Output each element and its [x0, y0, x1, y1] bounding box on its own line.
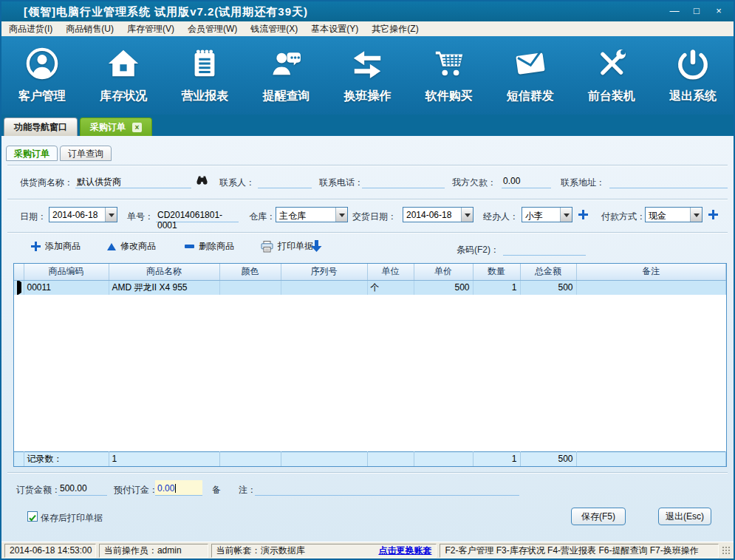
main-toolbar: 客户管理 库存状况 营业报表 提醒查询 换班操作 软件购买 短信群发 前台装机 [1, 36, 734, 115]
print-after-save-label: 保存后打印单据 [41, 512, 103, 525]
remark-label: 备 注： [212, 484, 256, 496]
print-receipt-button[interactable]: 打印单据 [261, 240, 313, 253]
menu-settings[interactable]: 基本设置(Y) [311, 23, 358, 35]
column-header[interactable]: 总金额 [520, 264, 576, 280]
column-header[interactable]: 颜色 [219, 264, 281, 280]
selector-column-header [14, 264, 24, 280]
remark-input[interactable] [255, 480, 519, 496]
order-amount-label: 订货金额： [16, 484, 61, 496]
chevron-down-icon[interactable] [335, 208, 347, 222]
phone-label: 联系电话： [319, 177, 363, 189]
subtab-purchase-order[interactable]: 采购订单 [6, 146, 58, 161]
chevron-down-icon[interactable] [560, 208, 572, 222]
purchase-icon [432, 47, 466, 83]
minimize-button[interactable]: — [666, 1, 683, 21]
switch-account-link[interactable]: 点击更换账套 [378, 544, 431, 557]
report-icon [188, 47, 222, 83]
column-header[interactable]: 数量 [473, 264, 520, 280]
table-row[interactable]: 00011 AMD 羿龙II X4 955 个 500 1 500 [14, 280, 726, 295]
debt-value: 0.00 [502, 173, 551, 188]
column-header[interactable]: 备注 [576, 264, 726, 280]
plus-icon [578, 210, 588, 219]
supplier-input[interactable]: 默认供货商 [75, 173, 191, 188]
grid-empty-area[interactable] [14, 295, 726, 451]
toolbar-assembly-button[interactable]: 前台装机 [571, 47, 652, 104]
debt-label: 我方欠款： [452, 177, 496, 189]
exit-button[interactable]: 退出(Esc) [658, 508, 711, 525]
toolbar-report-button[interactable]: 营业报表 [164, 47, 245, 104]
status-time: 2014-06-18 14:53:00 [4, 544, 96, 558]
menu-purchase[interactable]: 商品进货(I) [9, 23, 52, 35]
order-no-label: 单号： [127, 211, 154, 223]
tab-purchase-order[interactable]: 采购订单 × [80, 117, 152, 136]
status-hotkeys: F2-客户管理 F3-库存状况 F4-营业报表 F6-提醒查询 F7-换班操作 [440, 544, 719, 558]
subtab-order-query[interactable]: 订单查询 [60, 146, 112, 161]
items-grid: 商品编码 商品名称 颜色 序列号 单位 单价 数量 总金额 备注 00011 [13, 263, 727, 467]
divider [7, 199, 728, 200]
supplier-label: 供货商名称： [20, 177, 73, 189]
status-account: 当前帐套：演示数据库 [216, 544, 305, 557]
cell-color [219, 280, 281, 295]
menu-sales[interactable]: 商品销售(U) [66, 23, 114, 35]
phone-input[interactable] [362, 173, 445, 188]
app-window: [领智]电脑行业管理系统 试用版v7.2(试用期还有39天) — □ × 商品进… [0, 0, 735, 560]
barcode-input[interactable] [503, 240, 586, 256]
address-input[interactable] [609, 173, 728, 188]
column-header[interactable]: 商品编码 [24, 264, 109, 280]
toolbar-label: 退出系统 [669, 89, 717, 104]
toolbar-exit-button[interactable]: 退出系统 [652, 47, 734, 104]
menu-other[interactable]: 其它操作(Z) [372, 23, 418, 35]
chevron-down-icon[interactable] [690, 208, 702, 222]
menu-cashflow[interactable]: 钱流管理(X) [250, 23, 298, 35]
toolbar-purchase-button[interactable]: 软件购买 [408, 47, 490, 104]
supplier-lookup-button[interactable] [196, 174, 208, 188]
print-after-save-checkbox[interactable] [27, 511, 38, 522]
purchase-order-page: 采购订单 订单查询 供货商名称： 默认供货商 联系人： 联系电话： 我方欠款： … [1, 136, 734, 542]
payment-select[interactable]: 现金 [645, 207, 702, 222]
toolbar-label: 短信群发 [507, 89, 554, 104]
column-header[interactable]: 单价 [414, 264, 473, 280]
order-amount-value: 500.00 [58, 480, 107, 496]
toolbar-inventory-button[interactable]: 库存状况 [83, 47, 164, 104]
column-header[interactable]: 序列号 [281, 264, 367, 280]
add-item-button[interactable]: 添加商品 [31, 240, 81, 253]
menu-member[interactable]: 会员管理(W) [188, 23, 237, 35]
toolbar-sms-button[interactable]: 短信群发 [490, 47, 571, 104]
order-info-row: 日期： 2014-06-18 单号： CD2014061801-0001 仓库：… [1, 201, 734, 232]
handler-select[interactable]: 小李 [522, 207, 572, 222]
column-header[interactable]: 商品名称 [109, 264, 219, 280]
add-payment-button[interactable] [708, 209, 718, 222]
divider [7, 472, 728, 474]
binoculars-icon [197, 177, 208, 185]
resize-grip-icon[interactable] [722, 546, 731, 555]
toolbar-customer-button[interactable]: 客户管理 [1, 47, 83, 104]
toolbar-label: 库存状况 [100, 89, 147, 104]
delete-item-button[interactable]: 删除商品 [185, 240, 234, 253]
delivery-date-select[interactable]: 2014-06-18 [403, 207, 474, 222]
maximize-button[interactable]: □ [688, 1, 705, 21]
save-button[interactable]: 保存(F5) [571, 508, 626, 525]
date-select[interactable]: 2014-06-18 [49, 207, 117, 222]
arrow-down-icon [311, 240, 322, 252]
toolbar-reminder-button[interactable]: 提醒查询 [245, 47, 327, 104]
payment-label: 付款方式： [601, 211, 646, 223]
column-header[interactable]: 单位 [367, 264, 414, 280]
cell-code: 00011 [24, 280, 109, 295]
prepaid-input[interactable]: 0.00 [155, 480, 202, 496]
toolbar-shift-button[interactable]: 换班操作 [327, 47, 408, 104]
menu-stock[interactable]: 库存管理(V) [127, 23, 174, 35]
warehouse-select[interactable]: 主仓库 [276, 207, 348, 222]
add-handler-button[interactable] [578, 209, 588, 222]
chevron-down-icon[interactable] [461, 208, 473, 222]
contact-input[interactable] [258, 173, 312, 188]
move-down-button[interactable] [311, 240, 322, 252]
chevron-down-icon[interactable] [105, 208, 117, 222]
shift-change-icon [350, 47, 384, 83]
triangle-up-icon [107, 243, 116, 250]
tab-close-icon[interactable]: × [132, 123, 142, 132]
cell-total: 500 [520, 280, 576, 295]
close-button[interactable]: × [710, 1, 728, 21]
cell-remark [576, 280, 726, 295]
tab-function-navigator[interactable]: 功能导航窗口 [4, 117, 78, 136]
modify-item-button[interactable]: 修改商品 [107, 240, 156, 253]
